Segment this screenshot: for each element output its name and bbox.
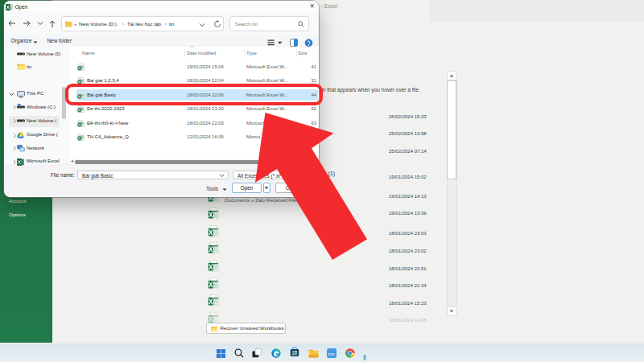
svg-text:mv: mv	[328, 351, 335, 356]
